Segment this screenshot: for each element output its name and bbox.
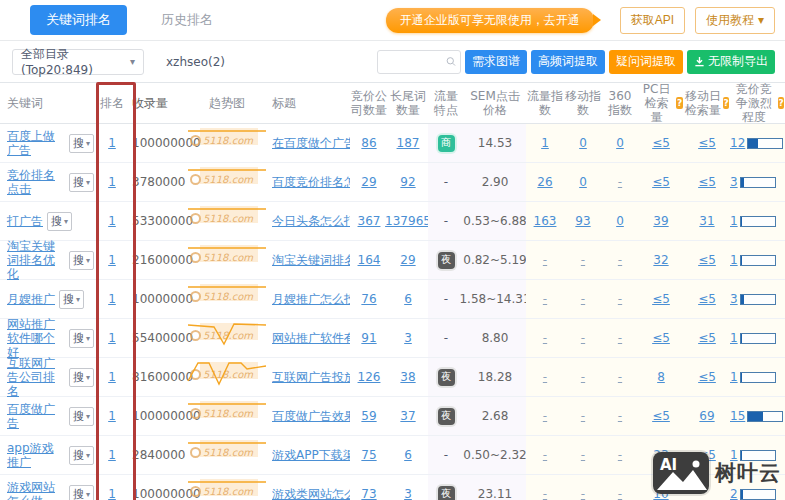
longtail-link[interactable]: 38 [400,370,415,384]
index-360-link[interactable]: - [618,448,622,462]
flow-index-link[interactable]: 163 [534,214,557,228]
keyword-link[interactable]: 打广告 [7,214,43,228]
pc-daily-link[interactable]: ≤5 [652,292,670,306]
help-icon[interactable]: ? [723,97,729,109]
title-link[interactable]: 百度做广告效果... [272,408,350,425]
index-360-link[interactable]: 0 [616,136,624,150]
title-link[interactable]: 淘宝关键词排名... [272,252,350,269]
rank-link[interactable]: 1 [108,331,116,345]
mobile-daily-link[interactable]: ≤5 [698,136,716,150]
bid-companies-link[interactable]: 367 [358,214,381,228]
get-api-button[interactable]: 获取API [620,7,685,34]
index-360-link[interactable]: - [618,175,622,189]
bid-companies-link[interactable]: 126 [358,370,381,384]
high-freq-extract-button[interactable]: 高频词提取 [531,50,605,74]
longtail-link[interactable]: 92 [400,175,415,189]
mobile-index-link[interactable]: - [581,487,585,500]
mobile-daily-link[interactable]: ≤5 [698,370,716,384]
competition-value-link[interactable]: 1 [730,214,738,228]
mobile-index-link[interactable]: - [581,370,585,384]
pc-daily-link[interactable]: 8 [657,370,665,384]
mobile-index-link[interactable]: - [581,448,585,462]
longtail-link[interactable]: 187 [397,136,420,150]
index-360-link[interactable]: - [618,331,622,345]
unlimited-export-button[interactable]: 无限制导出 [687,50,775,74]
mobile-index-link[interactable]: - [581,409,585,423]
mobile-index-link[interactable]: 93 [575,214,590,228]
pc-daily-link[interactable]: ≤5 [652,409,670,423]
competition-value-link[interactable]: 12 [730,136,745,150]
flow-index-link[interactable]: - [543,487,547,500]
pc-daily-link[interactable]: ≤5 [652,331,670,345]
rank-link[interactable]: 1 [108,214,116,228]
flow-index-link[interactable]: - [543,370,547,384]
mobile-index-link[interactable]: 0 [579,136,587,150]
keyword-search-button[interactable]: 搜▾ [69,407,94,426]
demand-map-button[interactable]: 需求图谱 [465,50,527,74]
competition-value-link[interactable]: 1 [730,331,738,345]
longtail-link[interactable]: 3 [404,487,412,500]
bid-companies-link[interactable]: 29 [361,175,376,189]
keyword-search-button[interactable]: 搜▾ [69,485,94,500]
rank-link[interactable]: 1 [108,370,116,384]
mobile-daily-link[interactable]: ≤5 [698,331,716,345]
longtail-link[interactable]: 137965 [385,214,431,228]
longtail-link[interactable]: 6 [404,292,412,306]
mobile-index-link[interactable]: - [581,331,585,345]
keyword-link[interactable]: app游戏推广 [7,441,65,469]
rank-link[interactable]: 1 [108,175,116,189]
mobile-daily-link[interactable]: 69 [699,409,714,423]
index-360-link[interactable]: - [618,292,622,306]
title-link[interactable]: 今日头条怎么打... [272,213,350,230]
keyword-link[interactable]: 游戏网站怎么做 [7,480,65,500]
bid-companies-link[interactable]: 73 [361,487,376,500]
bid-companies-link[interactable]: 59 [361,409,376,423]
keyword-link[interactable]: 月嫂推广 [7,292,55,306]
keyword-link[interactable]: 淘宝关键词排名优化 [7,239,65,281]
keyword-search-button[interactable]: 搜▾ [69,173,94,192]
flow-index-link[interactable]: 1 [541,136,549,150]
bid-companies-link[interactable]: 76 [361,292,376,306]
pc-daily-link[interactable]: 32 [653,253,668,267]
mobile-daily-link[interactable]: ≤5 [698,175,716,189]
index-360-link[interactable]: - [618,487,622,500]
search-input[interactable] [382,54,446,70]
bid-companies-link[interactable]: 164 [358,253,381,267]
longtail-link[interactable]: 37 [400,409,415,423]
flow-index-link[interactable]: - [543,409,547,423]
question-extract-button[interactable]: 疑问词提取 [609,50,683,74]
help-icon[interactable]: ? [778,97,784,109]
pc-daily-link[interactable]: ≤5 [652,136,670,150]
pc-daily-link[interactable]: ≤5 [652,175,670,189]
directory-select[interactable]: 全部目录(Top20:849) ▾ [12,49,144,75]
flow-index-link[interactable]: - [543,292,547,306]
title-link[interactable]: 互联网广告投放... [272,369,350,386]
title-link[interactable]: 游戏APP下载渠... [272,447,350,464]
upgrade-banner[interactable]: 开通企业版可享无限使用，去开通 [386,8,594,33]
rank-link[interactable]: 1 [108,409,116,423]
mobile-daily-link[interactable]: 31 [699,214,714,228]
keyword-search-button[interactable]: 搜▾ [69,329,94,348]
flow-index-link[interactable]: - [543,448,547,462]
rank-link[interactable]: 1 [108,487,116,500]
flow-index-link[interactable]: - [543,253,547,267]
title-link[interactable]: 网站推广软件有... [272,330,350,347]
competition-value-link[interactable]: 15 [730,409,745,423]
rank-link[interactable]: 1 [108,136,116,150]
keyword-search-button[interactable]: 搜▾ [59,290,84,309]
mobile-daily-link[interactable]: ≤5 [698,292,716,306]
mobile-daily-link[interactable]: ≤5 [698,253,716,267]
keyword-link[interactable]: 竞价排名点击 [7,168,65,196]
pc-daily-link[interactable]: 39 [653,214,668,228]
keyword-link[interactable]: 百度做广告 [7,402,65,430]
competition-value-link[interactable]: 3 [730,175,738,189]
keyword-link[interactable]: 网站推广软件哪个好 [7,317,65,359]
keyword-link[interactable]: 百度上做广告 [7,129,65,157]
mobile-index-link[interactable]: - [581,253,585,267]
title-link[interactable]: 月嫂推广怎么投... [272,291,350,308]
index-360-link[interactable]: - [618,409,622,423]
index-360-link[interactable]: - [618,253,622,267]
tutorial-button[interactable]: 使用教程 ▾ [695,7,775,34]
keyword-link[interactable]: 互联网广告公司排名 [7,356,65,398]
index-360-link[interactable]: - [618,370,622,384]
